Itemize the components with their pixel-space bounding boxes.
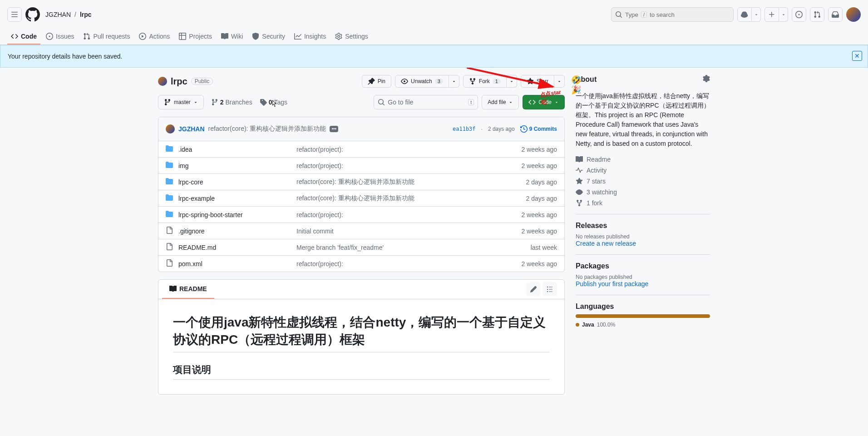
forks-link[interactable]: 1 fork	[576, 199, 710, 207]
activity-link[interactable]: Activity	[576, 167, 710, 174]
create-dropdown[interactable]	[779, 7, 788, 22]
tab-insights[interactable]: Insights	[291, 29, 330, 45]
play-icon	[139, 33, 146, 40]
branches-link[interactable]: 2 Branches	[211, 99, 252, 106]
latest-commit: JGZHAN refactor(core): 重构核心逻辑并添加新功能 ••• …	[158, 117, 564, 141]
language-bar	[576, 314, 710, 318]
code-icon	[11, 33, 18, 40]
outline-button[interactable]	[542, 282, 557, 297]
tab-settings[interactable]: Settings	[331, 29, 372, 45]
repo-link[interactable]: lrpc	[80, 11, 92, 18]
copilot-button[interactable]	[737, 7, 752, 22]
file-row: lrpc-example refactor(core): 重构核心逻辑并添加新功…	[158, 190, 564, 207]
file-commit-link[interactable]: Initial commit	[296, 228, 334, 235]
commit-ellipsis[interactable]: •••	[330, 126, 338, 132]
book-icon	[169, 285, 177, 292]
file-name-link[interactable]: lrpc-spring-boot-starter	[178, 211, 243, 218]
file-commit-link[interactable]: refactor(core): 重构核心逻辑并添加新功能	[296, 178, 414, 185]
file-age: 2 weeks ago	[503, 162, 557, 169]
file-name-link[interactable]: .idea	[178, 146, 192, 153]
tab-code[interactable]: Code	[7, 29, 40, 45]
file-name-link[interactable]: README.md	[178, 244, 216, 251]
owner-link[interactable]: JGZHAN	[45, 11, 71, 18]
file-age: 2 weeks ago	[503, 228, 557, 235]
file-name-link[interactable]: img	[178, 162, 189, 169]
about-title: About	[576, 75, 710, 84]
search-icon	[615, 11, 622, 18]
languages-heading: Languages	[576, 302, 710, 311]
pull-requests-button[interactable]	[810, 7, 824, 22]
fork-dropdown[interactable]	[507, 75, 517, 88]
publish-package-link[interactable]: Publish your first package	[576, 280, 648, 287]
watching-link[interactable]: 3 watching	[576, 188, 710, 196]
file-commit-link[interactable]: refactor(core): 重构核心逻辑并添加新功能	[296, 194, 414, 202]
copilot-dropdown[interactable]	[752, 7, 761, 22]
user-avatar[interactable]	[846, 7, 861, 22]
file-search-shortcut: t	[468, 99, 474, 105]
file-name-link[interactable]: lrpc-core	[178, 178, 203, 186]
file-age: 2 days ago	[503, 195, 557, 202]
github-logo[interactable]	[25, 7, 40, 22]
file-search-input[interactable]: Go to filet	[374, 95, 478, 109]
commit-sha[interactable]: ea11b3f	[453, 126, 476, 132]
file-name-link[interactable]: pom.xml	[178, 260, 202, 268]
tab-issues[interactable]: Issues	[42, 29, 78, 45]
file-commit-link[interactable]: refactor(project):	[296, 146, 343, 153]
file-commit-link[interactable]: refactor(project):	[296, 162, 343, 169]
releases-heading: Releases	[576, 222, 710, 230]
branch-select[interactable]: master	[158, 95, 204, 109]
commit-author[interactable]: JGZHAN	[178, 125, 205, 133]
language-item[interactable]: Java 100.0%	[576, 322, 710, 328]
book-icon	[576, 156, 583, 163]
file-commit-link[interactable]: refactor(project):	[296, 211, 343, 218]
create-release-link[interactable]: Create a new release	[576, 240, 636, 247]
visibility-badge: Public	[191, 78, 213, 85]
code-icon	[528, 99, 536, 106]
history-icon	[520, 125, 528, 133]
packages-empty: No packages published	[576, 274, 710, 280]
tab-security[interactable]: Security	[248, 29, 289, 45]
commit-message[interactable]: refactor(core): 重构核心逻辑并添加新功能	[208, 125, 326, 133]
stars-link[interactable]: 7 stars	[576, 178, 710, 185]
notifications-button[interactable]	[828, 7, 843, 22]
file-age: 2 weeks ago	[503, 211, 557, 218]
add-file-button[interactable]: Add file	[482, 95, 519, 109]
commit-author-avatar[interactable]	[166, 124, 175, 134]
issues-button[interactable]	[792, 7, 806, 22]
tab-projects[interactable]: Projects	[175, 29, 216, 45]
star-dropdown[interactable]	[554, 75, 565, 88]
flash-banner: Your repository details have been saved.…	[0, 45, 868, 68]
tags-link[interactable]: 0 Tags	[260, 99, 287, 106]
graph-icon	[294, 33, 301, 40]
file-name-link[interactable]: .gitignore	[178, 228, 205, 235]
tab-actions[interactable]: Actions	[135, 29, 173, 45]
pin-button[interactable]: Pin	[362, 75, 391, 88]
search-input[interactable]: Type / to search	[611, 7, 734, 22]
project-icon	[179, 33, 186, 40]
readme-link[interactable]: Readme	[576, 156, 710, 163]
hamburger-menu-button[interactable]	[7, 7, 22, 22]
file-toolbar: master 2 Branches 0 Tags Go to filet Add…	[158, 95, 565, 109]
repo-owner-avatar[interactable]	[158, 77, 167, 86]
commits-link[interactable]: 9 Commits	[520, 125, 557, 133]
eye-icon	[576, 188, 583, 196]
create-button[interactable]	[764, 7, 779, 22]
global-header: JGZHAN / lrpc Type / to search	[0, 0, 868, 29]
file-name-link[interactable]: lrpc-example	[178, 195, 215, 202]
languages-section: Languages Java 100.0%	[576, 295, 710, 328]
tab-wiki[interactable]: Wiki	[217, 29, 247, 45]
fork-button[interactable]: Fork1	[463, 75, 507, 88]
edit-about-button[interactable]	[703, 75, 710, 84]
file-commit-link[interactable]: refactor(project):	[296, 260, 343, 268]
commit-age: 2 days ago	[488, 126, 515, 132]
file-commit-link[interactable]: Merge branch 'feat/fix_readme'	[296, 244, 384, 251]
unwatch-button[interactable]: Unwatch3	[395, 75, 449, 88]
readme-h2: 项目说明	[173, 363, 550, 379]
tab-pulls[interactable]: Pull requests	[79, 29, 133, 45]
file-list: JGZHAN refactor(core): 重构核心逻辑并添加新功能 ••• …	[158, 117, 565, 272]
unwatch-dropdown[interactable]	[449, 75, 459, 88]
banner-close-button[interactable]: ✕	[852, 51, 862, 61]
readme-tab[interactable]: README	[162, 280, 214, 299]
star-button[interactable]: Starr	[521, 75, 554, 88]
edit-readme-button[interactable]	[526, 282, 541, 297]
